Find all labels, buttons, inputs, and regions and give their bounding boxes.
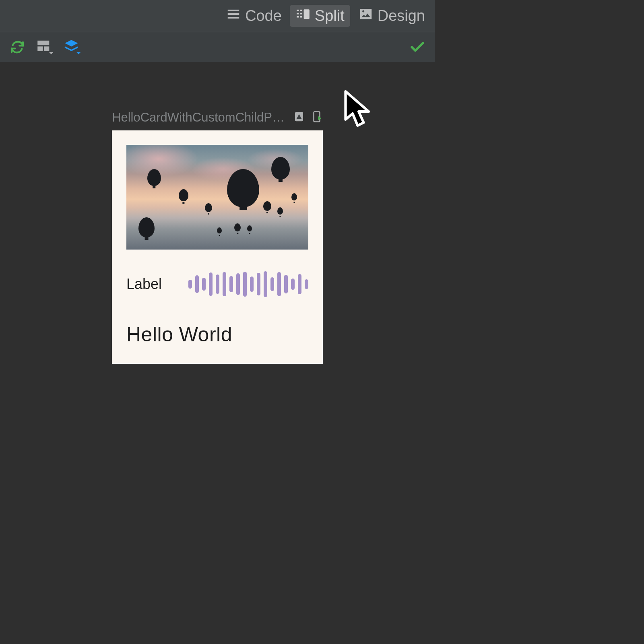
preview-title: HelloCardWithCustomChildPrev... bbox=[112, 110, 287, 125]
tab-code-label: Code bbox=[245, 7, 282, 25]
tab-design[interactable]: Design bbox=[353, 5, 431, 27]
svg-rect-6 bbox=[300, 10, 302, 11]
svg-rect-12 bbox=[44, 46, 49, 51]
layout-dropdown[interactable] bbox=[36, 39, 53, 56]
tab-split[interactable]: Split bbox=[290, 5, 350, 27]
svg-rect-11 bbox=[37, 46, 43, 51]
svg-rect-9 bbox=[303, 9, 309, 19]
svg-rect-8 bbox=[300, 16, 302, 18]
tab-design-label: Design bbox=[378, 7, 425, 25]
tab-split-label: Split bbox=[315, 7, 345, 25]
svg-rect-5 bbox=[297, 16, 299, 18]
split-icon bbox=[295, 6, 311, 25]
svg-rect-2 bbox=[228, 17, 239, 19]
deploy-preview-icon[interactable] bbox=[311, 111, 323, 124]
layers-dropdown[interactable] bbox=[64, 39, 80, 56]
svg-rect-10 bbox=[37, 41, 49, 45]
status-ok-icon bbox=[409, 39, 426, 56]
image-icon bbox=[358, 6, 374, 25]
view-mode-tabs: Code Split Design bbox=[0, 0, 435, 32]
card-title: Hello World bbox=[126, 323, 308, 346]
svg-rect-3 bbox=[297, 10, 299, 11]
card-label: Label bbox=[126, 276, 162, 293]
svg-rect-4 bbox=[297, 13, 299, 14]
card-image bbox=[126, 145, 308, 250]
card-row: Label bbox=[126, 271, 308, 297]
preview-card: Label Hello World bbox=[112, 130, 323, 364]
svg-rect-7 bbox=[300, 13, 302, 14]
preview-toolbar bbox=[0, 32, 435, 62]
tab-code[interactable]: Code bbox=[220, 5, 287, 27]
interactive-preview-icon[interactable] bbox=[293, 111, 305, 124]
preview-component: HelloCardWithCustomChildPrev... bbox=[112, 110, 323, 364]
preview-header: HelloCardWithCustomChildPrev... bbox=[112, 110, 323, 125]
refresh-button[interactable] bbox=[9, 39, 26, 56]
design-canvas[interactable]: HelloCardWithCustomChildPrev... bbox=[0, 62, 435, 431]
list-icon bbox=[226, 6, 241, 25]
waveform-icon bbox=[188, 271, 308, 297]
svg-rect-0 bbox=[228, 10, 239, 11]
svg-rect-1 bbox=[228, 13, 239, 15]
